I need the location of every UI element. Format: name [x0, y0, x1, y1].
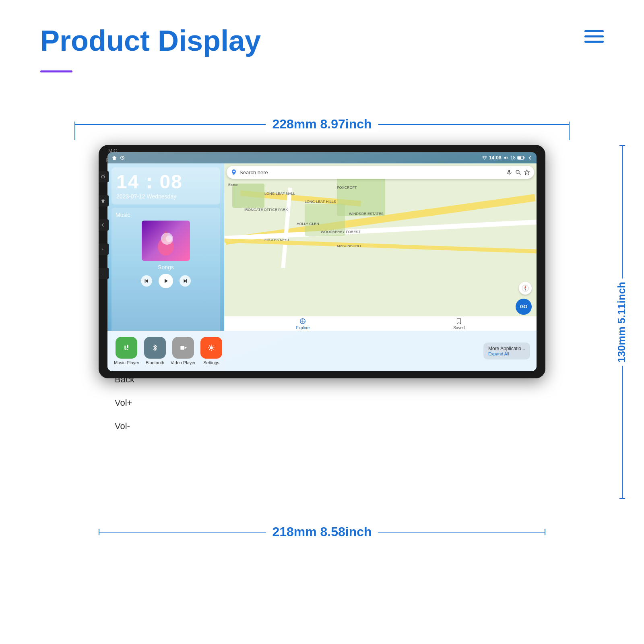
map-go-text: GO	[520, 304, 528, 310]
play-button[interactable]	[159, 274, 173, 288]
more-apps-button[interactable]: More Applicatio... Expand All	[483, 343, 530, 359]
video-player-icon	[177, 342, 189, 354]
svg-marker-24	[524, 170, 529, 175]
vol-minus-label: Vol-	[115, 421, 130, 431]
vol-plus-row: Vol+	[115, 391, 140, 415]
device-body: MIC RST + -	[99, 145, 545, 378]
dimension-top-label: 228mm 8.97inch	[266, 117, 378, 132]
album-art-svg	[154, 225, 178, 257]
power-button[interactable]	[99, 171, 109, 182]
nav-status-icon	[120, 155, 125, 161]
map-search-icons	[506, 169, 530, 175]
next-button[interactable]	[180, 275, 191, 287]
dimension-bottom: 218mm 8.58inch	[99, 524, 545, 539]
explore-item[interactable]: Explore	[296, 318, 310, 330]
menu-icon[interactable]	[584, 30, 604, 43]
music-player-app[interactable]: Music Player	[114, 337, 139, 365]
prev-button[interactable]	[141, 275, 152, 287]
svg-rect-18	[186, 279, 187, 283]
svg-rect-15	[145, 279, 146, 283]
device-wrapper: Reset Power Menu Back Vol+ Vol- MIC RST	[74, 137, 570, 386]
map-label-8: WOODBERRY FOREST	[321, 230, 361, 234]
map-search-bar[interactable]: Search here	[227, 166, 534, 179]
battery-icon	[517, 155, 525, 161]
map-go-button[interactable]: GO	[516, 299, 532, 315]
svg-point-31	[121, 343, 132, 353]
explore-label: Explore	[296, 326, 310, 330]
settings-icon-bg	[200, 337, 222, 359]
status-volume: 18	[510, 155, 516, 161]
music-player-label: Music Player	[114, 360, 139, 365]
speaker-icon	[503, 155, 509, 161]
vol-plus-label: Vol+	[115, 398, 132, 408]
map-label-5: FOXCROFT	[337, 186, 357, 190]
vol-minus-button[interactable]: -	[99, 268, 109, 279]
settings-app[interactable]: Settings	[200, 337, 222, 365]
compass-icon	[521, 284, 529, 292]
dimension-right: 130mm 5.11inch	[615, 145, 628, 499]
svg-line-46	[213, 346, 213, 346]
svg-line-44	[209, 346, 210, 346]
svg-text:+: +	[102, 248, 104, 251]
saved-label: Saved	[453, 326, 464, 330]
svg-marker-14	[145, 279, 148, 283]
svg-marker-5	[112, 156, 117, 160]
map-label-3: LONG LEAF HILLS	[305, 200, 336, 204]
map-bottom-bar: Explore Saved	[224, 316, 537, 331]
page-title: Product Display	[40, 24, 261, 57]
svg-point-12	[158, 238, 174, 256]
home-status-icon	[111, 155, 117, 161]
svg-line-8	[122, 158, 124, 159]
map-label-1: Exxon	[228, 183, 238, 187]
svg-line-45	[213, 349, 213, 350]
svg-point-13	[166, 235, 172, 242]
video-player-app[interactable]: Video Player	[171, 337, 196, 365]
svg-text:-: -	[102, 272, 103, 275]
wifi-icon	[482, 155, 487, 161]
settings-label: Settings	[203, 360, 219, 365]
bluetooth-app[interactable]: Bluetooth	[144, 337, 166, 365]
map-panel: Search here	[224, 163, 537, 331]
music-songs-label: Songs	[116, 264, 216, 270]
map-search-placeholder: Search here	[239, 169, 504, 175]
back-button[interactable]	[99, 219, 109, 231]
svg-rect-36	[180, 346, 184, 349]
screen: 14:08 18 14：08 2023-07-12 Wednesday	[107, 152, 537, 371]
map-compass[interactable]	[519, 282, 532, 295]
map-label-7: HOLLY GLEN	[297, 222, 319, 226]
bluetooth-label: Bluetooth	[146, 360, 164, 365]
prev-icon	[144, 278, 149, 284]
svg-point-22	[516, 170, 519, 173]
vol-minus-row: Vol-	[115, 415, 140, 438]
music-album-art	[142, 221, 190, 261]
status-bar-left	[111, 155, 125, 161]
map-background: Exxon LONG LEAF MALL LONG LEAF HILLS IRO…	[224, 163, 537, 331]
play-icon	[163, 278, 169, 284]
star-icon	[524, 169, 530, 175]
music-player-icon	[120, 342, 132, 354]
svg-rect-20	[508, 170, 510, 173]
svg-line-47	[209, 349, 210, 350]
settings-icon	[205, 342, 217, 354]
svg-marker-16	[165, 279, 168, 283]
saved-item[interactable]: Saved	[453, 318, 464, 330]
svg-rect-33	[127, 345, 128, 348]
map-label-10: MASONBORO	[337, 244, 361, 248]
mic-search-icon	[506, 169, 512, 175]
video-player-label: Video Player	[171, 360, 196, 365]
dimension-right-label: 130mm 5.11inch	[615, 279, 628, 366]
clock-section: 14：08 2023-07-12 Wednesday	[111, 167, 220, 204]
bluetooth-icon-bg	[144, 337, 166, 359]
back-status-icon	[527, 155, 533, 161]
map-label-2: LONG LEAF MALL	[264, 192, 295, 196]
bluetooth-icon	[149, 342, 161, 354]
vol-plus-button[interactable]: +	[99, 244, 109, 255]
explore-icon	[299, 318, 306, 325]
clock-time: 14：08	[116, 172, 215, 192]
status-bar-right: 14:08 18	[482, 155, 533, 161]
app-bar: Music Player Bluetooth	[107, 331, 537, 371]
search-icon	[515, 169, 521, 175]
next-icon	[182, 278, 188, 284]
menu-button[interactable]	[99, 195, 109, 206]
dimension-bottom-label: 218mm 8.58inch	[266, 524, 378, 539]
